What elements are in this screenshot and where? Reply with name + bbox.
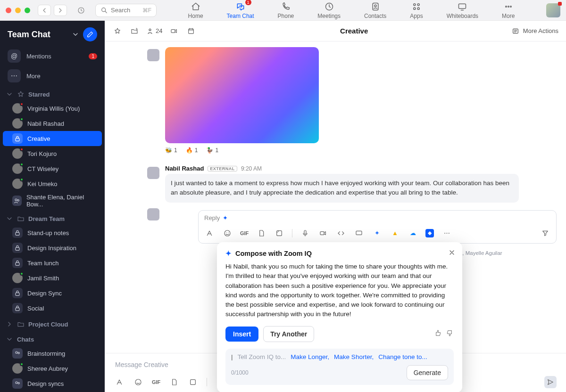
gif-button[interactable]: GIF [152,379,160,385]
dt-social[interactable]: Social [3,301,102,316]
nav-apps[interactable]: Apps [410,1,423,19]
more-actions-button[interactable]: More Actions [512,27,558,35]
format-icon[interactable] [114,377,125,387]
avatar[interactable] [147,49,159,61]
svg-point-7 [414,8,416,9]
message-author[interactable]: Nabil Rashad [165,165,204,172]
thumbs-down-icon[interactable] [446,329,454,338]
nav-phone[interactable]: Phone [278,1,294,19]
sidebar-mentions[interactable]: @ Mentions 1 [0,46,105,66]
opt-change-tone[interactable]: Change tone to... [378,353,427,360]
back-button[interactable] [38,5,51,16]
compose-button[interactable] [83,27,97,41]
send-filter-icon[interactable] [540,228,550,238]
sparkle-icon[interactable]: ✦ [223,214,228,221]
section-dream-team[interactable]: Dream Team [0,210,105,225]
reply-composer[interactable]: Reply ✦ GIF ✦ [198,210,557,244]
more-icon[interactable]: ⋯ [441,228,452,238]
profile-avatar[interactable] [546,3,560,17]
nav-meetings[interactable]: Meetings [317,1,341,19]
avatar[interactable] [147,167,159,179]
try-another-button[interactable]: Try Another [263,326,314,342]
dt-standup[interactable]: Stand-up notes [3,225,102,240]
prompt-input[interactable]: |Tell Zoom IQ to... Make Longer, Make Sh… [225,349,454,385]
chat-sheree[interactable]: Sheree Aubrey [3,361,102,376]
generate-button[interactable]: Generate [407,365,448,380]
ai-icon[interactable]: ✦ [372,228,382,238]
reply-placeholder: Reply [204,214,220,221]
nav-more[interactable]: More [502,1,515,19]
star-icon [17,90,25,98]
starred-virginia[interactable]: Virginia Willis (You) [3,101,102,116]
section-starred[interactable]: Starred [0,86,105,101]
nav-whiteboards[interactable]: Whiteboards [447,1,478,19]
chevron-down-icon[interactable] [72,31,79,38]
record-icon[interactable] [318,228,328,238]
starred-tori[interactable]: Tori Kojuro [3,146,102,161]
svg-point-11 [508,6,509,7]
close-window-icon[interactable] [6,8,11,13]
dt-jamil[interactable]: Jamil Smith [3,270,102,286]
nav-home[interactable]: Home [188,1,203,19]
sidebar-more[interactable]: ⋯ More [0,66,105,86]
star-icon[interactable] [112,26,123,36]
section-chats[interactable]: Chats [0,331,105,346]
emoji-icon[interactable] [133,377,143,387]
maximize-window-icon[interactable] [25,8,30,13]
svg-point-15 [17,200,19,201]
calendar-icon[interactable] [186,26,196,36]
move-folder-icon[interactable] [129,26,140,36]
forward-button[interactable] [54,5,67,16]
popup-title: Compose with Zoom IQ [235,250,312,257]
screenshot-icon[interactable] [274,228,284,238]
svg-point-10 [506,6,507,7]
chat-design-syncs[interactable]: Design syncs [3,376,102,391]
starred-ct[interactable]: CT Wiseley [3,161,102,176]
nav-team-chat[interactable]: 1Team Chat [227,1,254,19]
onedrive-icon[interactable]: ☁ [408,228,418,238]
gif-button[interactable]: GIF [240,230,249,236]
list-icon [512,27,519,35]
dt-team-lunch[interactable]: Team lunch [3,255,102,270]
starred-creative[interactable]: Creative [3,131,102,146]
avatar[interactable] [147,208,159,220]
lock-icon [12,133,23,144]
members-button[interactable]: 24 [146,27,162,35]
svg-point-14 [15,199,17,201]
starred-group[interactable]: Shante Elena, Daniel Bow... [3,191,102,210]
video-icon[interactable] [169,26,179,36]
code-icon[interactable] [336,228,346,238]
message-bubble[interactable]: I just wanted to take a moment to expres… [165,174,519,203]
starred-nabil[interactable]: Nabil Rashad [3,116,102,131]
format-icon[interactable] [204,228,215,238]
box-icon[interactable]: ◆ [425,229,434,237]
reaction-bee[interactable]: 🐝 1 [165,147,177,154]
history-button[interactable] [75,5,88,16]
reaction-duck[interactable]: 🦆 1 [206,147,218,154]
image-attachment[interactable] [165,47,319,143]
chat-brainstorming[interactable]: Brainstorming [3,346,102,361]
file-icon[interactable] [169,377,179,387]
nav-contacts[interactable]: Contacts [364,1,386,19]
reaction-fire[interactable]: 🔥 1 [186,147,198,154]
dt-design-insp[interactable]: Design Inspiration [3,240,102,255]
opt-make-longer[interactable]: Make Longer, [291,353,329,360]
close-icon[interactable] [448,249,456,258]
dt-design-sync[interactable]: Design Sync [3,286,102,301]
insert-button[interactable]: Insert [225,327,258,342]
mic-icon[interactable] [300,228,310,238]
channel-title: Creative [203,27,505,35]
screen-icon[interactable] [354,228,364,238]
google-drive-icon[interactable]: ▲ [390,228,400,238]
search-input[interactable]: Search ⌘F [95,4,157,17]
starred-kei[interactable]: Kei Umeko [3,176,102,191]
svg-rect-19 [16,293,19,295]
screenshot-icon[interactable] [188,377,198,387]
minimize-window-icon[interactable] [15,8,21,13]
thumbs-up-icon[interactable] [434,329,441,338]
opt-make-shorter[interactable]: Make Shorter, [334,353,374,360]
file-icon[interactable] [256,228,266,238]
emoji-icon[interactable] [222,228,233,238]
section-project-cloud[interactable]: Project Cloud [0,316,105,331]
send-button[interactable] [544,376,557,388]
